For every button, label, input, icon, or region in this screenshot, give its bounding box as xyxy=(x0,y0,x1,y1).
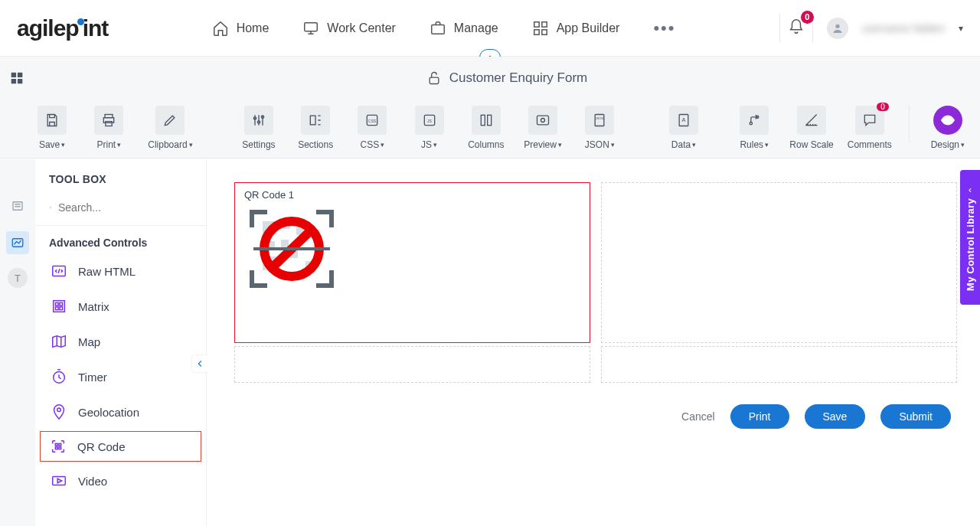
nav-app-builder-label: App Builder xyxy=(557,21,620,35)
avatar[interactable] xyxy=(827,18,848,39)
tool-matrix[interactable]: Matrix xyxy=(35,289,206,324)
qr-icon xyxy=(50,438,67,455)
svg-rect-5 xyxy=(542,29,547,34)
svg-text:JS: JS xyxy=(427,119,433,123)
qr-code-control[interactable]: QR Code 1 xyxy=(234,182,590,343)
nav-work-center[interactable]: Work Center xyxy=(302,18,396,38)
svg-rect-25 xyxy=(537,116,549,125)
eye-design-icon xyxy=(940,113,956,128)
left-rail: T xyxy=(0,159,35,526)
nav-app-builder[interactable]: App Builder xyxy=(532,18,620,38)
pin-icon xyxy=(51,403,67,420)
tb-rules[interactable]: Rules▾ xyxy=(733,106,776,150)
comment-icon xyxy=(862,113,877,128)
toolbox-panel: TOOL BOX Advanced Controls Raw HTML Matr… xyxy=(35,159,207,526)
tb-save[interactable]: Save▾ xyxy=(31,106,74,150)
tb-row-scale[interactable]: Row Scale xyxy=(789,106,833,150)
svg-rect-34 xyxy=(13,202,22,211)
print-button[interactable]: Print xyxy=(730,404,789,429)
tb-columns[interactable]: Columns xyxy=(465,106,508,150)
save-button[interactable]: Save xyxy=(805,404,866,429)
tb-comments[interactable]: 0 Comments xyxy=(848,106,892,150)
nav-center: Home Work Center Manage App Builder ••• xyxy=(108,18,779,38)
tool-qr-code[interactable]: QR Code xyxy=(40,431,201,462)
toolbox-search[interactable] xyxy=(35,196,206,226)
empty-cell[interactable] xyxy=(601,346,957,383)
tb-preview[interactable]: Preview▾ xyxy=(521,106,564,150)
tb-data[interactable]: A Data▾ xyxy=(662,106,705,150)
chart-icon xyxy=(11,236,24,250)
map-icon xyxy=(51,333,67,350)
apps-icon xyxy=(8,70,25,87)
svg-rect-40 xyxy=(60,302,63,305)
nav-home[interactable]: Home xyxy=(212,18,270,38)
tool-raw-html[interactable]: Raw HTML xyxy=(35,253,206,289)
search-input[interactable] xyxy=(58,201,192,214)
svg-marker-50 xyxy=(57,479,62,483)
rail-analytics[interactable] xyxy=(6,231,29,254)
svg-text:A: A xyxy=(681,116,685,123)
json-icon: JSON xyxy=(592,113,607,128)
username: username hidden xyxy=(862,22,945,34)
tb-css[interactable]: CSS CSS▾ xyxy=(351,106,394,150)
svg-rect-0 xyxy=(305,22,318,31)
app-grid-button[interactable] xyxy=(0,70,34,87)
tool-label: Map xyxy=(78,335,100,348)
chevron-left-icon xyxy=(194,358,205,369)
js-icon: JS xyxy=(422,113,437,128)
user-menu-caret[interactable]: ▾ xyxy=(959,23,963,34)
tb-js[interactable]: JS JS▾ xyxy=(408,106,451,150)
tb-design[interactable]: Design▾ xyxy=(926,106,969,150)
nav-more-icon[interactable]: ••• xyxy=(653,18,675,38)
notifications-button[interactable]: 0 xyxy=(779,14,813,43)
save-icon xyxy=(44,113,60,128)
svg-point-36 xyxy=(50,207,51,208)
svg-rect-8 xyxy=(18,73,22,77)
rules-icon xyxy=(746,113,762,128)
canvas: QR Code 1 xyxy=(207,159,980,526)
empty-cell[interactable] xyxy=(601,182,957,343)
rail-t[interactable]: T xyxy=(8,268,28,288)
eye-icon xyxy=(535,113,550,128)
submit-button[interactable]: Submit xyxy=(880,404,951,429)
svg-text:JSON: JSON xyxy=(596,116,604,120)
cancel-button[interactable]: Cancel xyxy=(681,410,715,423)
tool-geolocation[interactable]: Geolocation xyxy=(35,394,206,430)
toolbox-collapse[interactable] xyxy=(192,355,207,372)
tb-json[interactable]: JSON JSON▾ xyxy=(578,106,621,150)
tool-label: QR Code xyxy=(77,440,126,453)
tb-print[interactable]: Print▾ xyxy=(87,106,130,150)
form-buttons: Cancel Print Save Submit xyxy=(234,404,957,429)
tb-clipboard[interactable]: Clipboard▾ xyxy=(144,106,196,150)
nav-home-label: Home xyxy=(237,21,270,35)
sections-icon xyxy=(308,113,323,128)
nav-right: 0 username hidden ▾ xyxy=(779,14,963,43)
tool-label: Matrix xyxy=(78,300,109,313)
tool-video[interactable]: Video xyxy=(35,463,206,498)
tool-timer[interactable]: Timer xyxy=(35,359,206,394)
svg-rect-57 xyxy=(281,240,289,247)
sliders-icon xyxy=(251,113,266,128)
canvas-row-2 xyxy=(234,346,957,383)
svg-rect-9 xyxy=(11,79,16,83)
empty-cell[interactable] xyxy=(234,346,590,383)
svg-rect-49 xyxy=(53,477,66,485)
tool-label: Timer xyxy=(78,371,107,384)
svg-rect-18 xyxy=(310,116,315,125)
side-tab-label: My Control Library xyxy=(965,198,976,291)
my-control-library-tab[interactable]: ‹ My Control Library xyxy=(960,170,980,305)
grid-icon xyxy=(532,20,549,37)
briefcase-icon xyxy=(430,20,446,37)
rail-forms[interactable] xyxy=(6,194,29,217)
tb-settings[interactable]: Settings xyxy=(237,106,280,150)
svg-rect-1 xyxy=(432,25,445,34)
canvas-row-1: QR Code 1 xyxy=(234,182,957,343)
data-icon: A xyxy=(676,113,691,128)
tb-sections[interactable]: Sections xyxy=(294,106,337,150)
unlock-icon xyxy=(426,70,442,86)
svg-rect-45 xyxy=(55,443,57,446)
tool-map[interactable]: Map xyxy=(35,324,206,359)
nav-manage[interactable]: Manage xyxy=(430,18,498,38)
page-title: Customer Enquiry Form xyxy=(449,70,587,86)
svg-rect-48 xyxy=(59,447,61,449)
